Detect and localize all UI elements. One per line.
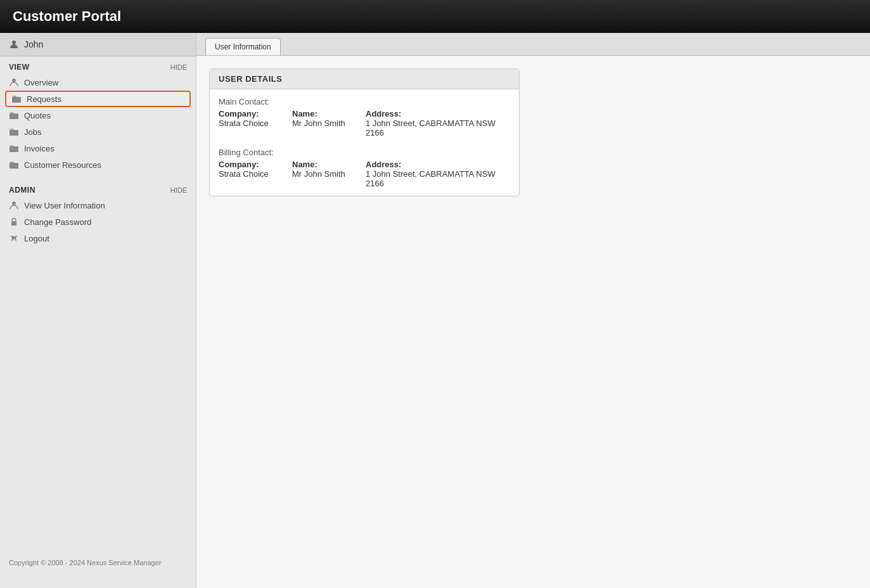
overview-icon [9,77,19,87]
sidebar-footer: Copyright © 2008 - 2024 Nexus Service Ma… [0,550,196,575]
billing-address-label: Address: [366,160,510,169]
customer-resources-icon [9,160,19,170]
main-address-label: Address: [366,109,510,118]
svg-rect-2 [12,97,21,103]
svg-rect-8 [11,221,16,226]
sidebar: John VIEW HIDE Overview [0,33,196,588]
view-user-info-icon [9,200,19,210]
user-avatar-icon [9,39,19,49]
billing-company-label: Company: [219,160,282,169]
sidebar-item-label-view-user-info: View User Information [24,201,105,210]
sidebar-item-label-quotes: Quotes [24,111,51,120]
billing-contact-section: Billing Contact: Company: Strata Choice … [219,148,510,188]
sidebar-item-invoices[interactable]: Invoices [0,140,196,157]
billing-address-value: 1 John Street, CABRAMATTA NSW 2166 [366,169,510,188]
billing-contact-row: Company: Strata Choice Name: Mr John Smi… [219,160,510,188]
user-details-title: USER DETAILS [210,69,519,89]
main-address-field: Address: 1 John Street, CABRAMATTA NSW 2… [366,109,510,137]
sidebar-item-change-password[interactable]: Change Password [0,214,196,230]
main-name-field: Name: Mr John Smith [292,109,355,137]
app-header: Customer Portal [0,0,870,33]
sidebar-item-jobs[interactable]: Jobs [0,124,196,140]
change-password-icon [9,217,19,227]
admin-section-title: ADMIN [9,186,35,195]
app-title: Customer Portal [13,8,121,25]
view-section-header: VIEW HIDE [0,56,196,74]
svg-rect-3 [10,113,18,119]
sidebar-item-label-customer-resources: Customer Resources [24,160,101,170]
sidebar-item-label-requests: Requests [27,94,61,104]
sidebar-item-logout[interactable]: Logout [0,230,196,246]
quotes-icon [9,110,19,120]
svg-rect-5 [10,146,18,152]
main-company-value: Strata Choice [219,118,282,128]
sidebar-item-label-invoices: Invoices [24,144,54,153]
svg-rect-6 [10,163,18,169]
sidebar-item-view-user-info[interactable]: View User Information [0,197,196,214]
logout-icon [9,233,19,243]
sidebar-item-label-change-password: Change Password [24,217,91,227]
main-name-label: Name: [292,109,355,118]
billing-contact-label: Billing Contact: [219,148,510,157]
main-contact-section: Main Contact: Company: Strata Choice Nam… [219,97,510,137]
main-content: User Information USER DETAILS Main Conta… [196,33,870,588]
sidebar-item-quotes[interactable]: Quotes [0,107,196,124]
admin-hide-link[interactable]: HIDE [170,186,187,194]
copyright-text: Copyright © 2008 - 2024 Nexus Service Ma… [9,559,161,566]
main-address-value: 1 John Street, CABRAMATTA NSW 2166 [366,118,510,137]
sidebar-item-label-jobs: Jobs [24,127,41,137]
sidebar-item-customer-resources[interactable]: Customer Resources [0,157,196,173]
view-hide-link[interactable]: HIDE [170,63,187,71]
content-area: USER DETAILS Main Contact: Company: Stra… [196,56,870,209]
main-contact-row: Company: Strata Choice Name: Mr John Smi… [219,109,510,137]
main-company-field: Company: Strata Choice [219,109,282,137]
requests-icon [11,94,22,104]
user-bar: John [0,33,196,56]
main-contact-label: Main Contact: [219,97,510,106]
jobs-icon [9,127,19,137]
svg-rect-4 [10,130,18,136]
billing-name-value: Mr John Smith [292,169,355,179]
tab-bar: User Information [196,33,870,56]
billing-company-field: Company: Strata Choice [219,160,282,188]
user-details-body: Main Contact: Company: Strata Choice Nam… [210,89,519,196]
sidebar-item-overview[interactable]: Overview [0,74,196,91]
view-section-title: VIEW [9,63,30,72]
sidebar-item-label-overview: Overview [24,78,58,87]
username-label: John [24,39,43,49]
main-company-label: Company: [219,109,282,118]
sidebar-item-label-logout: Logout [24,234,49,243]
user-details-box: USER DETAILS Main Contact: Company: Stra… [209,68,520,196]
billing-name-field: Name: Mr John Smith [292,160,355,188]
billing-name-label: Name: [292,160,355,169]
tab-user-information[interactable]: User Information [205,38,281,55]
sidebar-item-requests[interactable]: Requests [5,91,191,107]
main-name-value: Mr John Smith [292,118,355,128]
svg-point-1 [12,79,16,82]
invoices-icon [9,143,19,153]
admin-section-header: ADMIN HIDE [0,179,196,197]
svg-point-0 [12,41,16,44]
svg-point-7 [12,201,16,205]
billing-company-value: Strata Choice [219,169,282,179]
billing-address-field: Address: 1 John Street, CABRAMATTA NSW 2… [366,160,510,188]
